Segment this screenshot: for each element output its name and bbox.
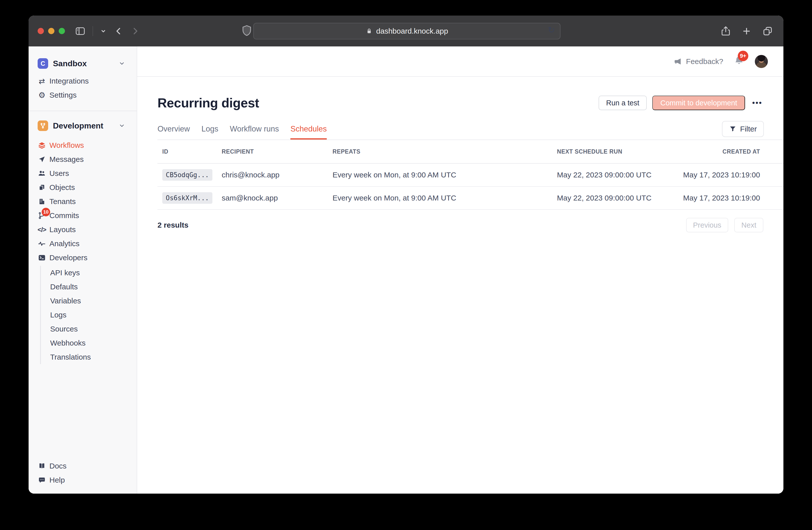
gear-icon: ⚙ <box>38 90 46 100</box>
environment-name: Development <box>53 121 103 130</box>
sidebar-item-label: Translations <box>50 353 91 361</box>
sidebar-item-docs[interactable]: Docs <box>29 459 137 473</box>
sidebar-item-objects[interactable]: Objects <box>29 180 137 195</box>
new-tab-icon[interactable]: + <box>743 25 750 38</box>
sidebar-item-label: Docs <box>49 462 67 470</box>
column-header-next-schedule-run: NEXT SCHEDULE RUN <box>557 148 723 155</box>
filter-button[interactable]: Filter <box>722 121 764 137</box>
sidebar-item-label: Sources <box>50 325 78 333</box>
sidebar-item-commits[interactable]: 10 Commits <box>29 209 137 223</box>
close-window-button[interactable] <box>38 28 44 34</box>
book-icon <box>38 462 46 470</box>
repeats-cell: Every week on Mon, at 9:00 AM UTC <box>333 194 557 202</box>
sidebar-item-tenants[interactable]: Tenants <box>29 195 137 209</box>
pulse-icon <box>38 240 46 248</box>
forward-button[interactable] <box>130 26 140 36</box>
sidebar-item-label: Analytics <box>49 239 79 248</box>
sidebar-item-logs[interactable]: Logs <box>41 308 137 322</box>
created-at-cell: May 17, 2023 10:19:00 <box>683 194 760 202</box>
notifications-button[interactable]: 9+ <box>733 55 745 68</box>
sidebar-item-analytics[interactable]: Analytics <box>29 237 137 251</box>
next-page-button[interactable]: Next <box>734 218 763 232</box>
sidebar-item-label: Messages <box>49 155 84 164</box>
run-a-test-button[interactable]: Run a test <box>598 96 647 110</box>
share-icon[interactable] <box>720 26 731 37</box>
tab-logs[interactable]: Logs <box>201 124 218 140</box>
tab-overview-icon[interactable] <box>762 25 773 37</box>
results-count: 2 results <box>158 221 686 229</box>
sidebar-item-label: Users <box>49 169 69 178</box>
sidebar-item-webhooks[interactable]: Webhooks <box>41 336 137 350</box>
sidebar-item-label: Objects <box>49 183 75 192</box>
feedback-button[interactable]: Feedback? <box>673 57 723 66</box>
sidebar-item-label: Integrations <box>49 77 89 85</box>
workspace-logo: C <box>38 58 48 69</box>
filter-label: Filter <box>740 125 757 133</box>
next-run-cell: May 22, 2023 09:00:00 UTC <box>557 194 683 202</box>
tab-workflow-runs[interactable]: Workflow runs <box>230 124 279 140</box>
terminal-icon <box>38 254 46 262</box>
sidebar-item-layouts[interactable]: </> Layouts <box>29 223 137 237</box>
developers-submenu: API keys Defaults Variables Logs Sources… <box>40 266 137 364</box>
sidebar-item-label: Layouts <box>49 225 76 234</box>
next-run-cell: May 22, 2023 09:00:00 UTC <box>557 171 683 179</box>
chevron-down-icon[interactable] <box>100 27 107 35</box>
app-header: Feedback? 9+ <box>137 46 783 77</box>
sidebar-toggle-icon[interactable] <box>74 25 86 37</box>
address-bar[interactable]: dashboard.knock.app ↻ <box>253 23 561 39</box>
column-header-recipient: RECIPIENT <box>222 148 333 155</box>
tab-overview[interactable]: Overview <box>158 124 190 140</box>
browser-toolbar: dashboard.knock.app ↻ + <box>29 16 783 46</box>
notification-count-badge: 9+ <box>738 51 748 61</box>
workspace-name: Sandbox <box>53 59 87 68</box>
sidebar-item-integrations[interactable]: ⇄ Integrations <box>29 74 137 88</box>
sidebar-item-settings[interactable]: ⚙ Settings <box>29 88 137 102</box>
sidebar-item-label: Settings <box>49 91 76 99</box>
user-avatar[interactable] <box>755 55 768 68</box>
more-options-button[interactable]: ••• <box>751 99 764 107</box>
privacy-shield-icon[interactable] <box>240 24 254 38</box>
documents-icon <box>38 184 46 191</box>
repeats-cell: Every week on Mon, at 9:00 AM UTC <box>333 171 557 179</box>
sidebar-item-api-keys[interactable]: API keys <box>41 266 137 280</box>
sidebar-item-label: Variables <box>50 297 81 305</box>
previous-page-button[interactable]: Previous <box>686 218 728 232</box>
funnel-icon <box>729 125 737 133</box>
sidebar-item-help[interactable]: Help <box>29 473 137 487</box>
paper-plane-icon <box>38 156 46 163</box>
building-icon <box>38 198 46 205</box>
sidebar-item-developers[interactable]: Developers <box>29 251 137 265</box>
sidebar-item-workflows[interactable]: Workflows <box>29 138 137 152</box>
tab-schedules[interactable]: Schedules <box>290 124 327 140</box>
chevron-down-icon <box>118 122 126 129</box>
sidebar-item-messages[interactable]: Messages <box>29 152 137 166</box>
back-button[interactable] <box>114 26 124 36</box>
workspace-switcher[interactable]: C Sandbox <box>29 56 137 70</box>
reload-icon[interactable]: ↻ <box>548 25 555 35</box>
sidebar-item-translations[interactable]: Translations <box>41 350 137 364</box>
sidebar-item-label: Logs <box>50 311 67 319</box>
sidebar-item-defaults[interactable]: Defaults <box>41 280 137 294</box>
zoom-window-button[interactable] <box>59 28 65 34</box>
chevron-down-icon <box>118 60 126 67</box>
table-row[interactable]: Os6skXrM... sam@knock.app Every week on … <box>158 187 783 210</box>
environment-switcher[interactable]: Development <box>29 119 137 133</box>
sidebar-item-sources[interactable]: Sources <box>41 322 137 336</box>
sidebar-item-users[interactable]: Users <box>29 166 137 180</box>
recipient-cell: chris@knock.app <box>222 171 333 179</box>
sidebar-item-label: Tenants <box>49 197 76 206</box>
table-footer: 2 results Previous Next <box>158 218 783 232</box>
sidebar-item-label: Webhooks <box>50 339 86 347</box>
tab-bar: Overview Logs Workflow runs Schedules Fi… <box>158 122 783 140</box>
sidebar-item-variables[interactable]: Variables <box>41 294 137 308</box>
commit-to-development-button[interactable]: Commit to development <box>652 96 745 110</box>
environment-branch-icon <box>38 121 48 131</box>
table-row[interactable]: CB5odqGg... chris@knock.app Every week o… <box>158 164 783 187</box>
lock-icon <box>366 28 373 34</box>
schedule-id-chip[interactable]: CB5odqGg... <box>162 169 213 181</box>
schedule-id-chip[interactable]: Os6skXrM... <box>162 192 213 204</box>
sidebar-item-label: Defaults <box>50 282 78 291</box>
recipient-cell: sam@knock.app <box>222 194 333 202</box>
sidebar-item-label: API keys <box>50 268 80 277</box>
minimize-window-button[interactable] <box>48 28 54 34</box>
